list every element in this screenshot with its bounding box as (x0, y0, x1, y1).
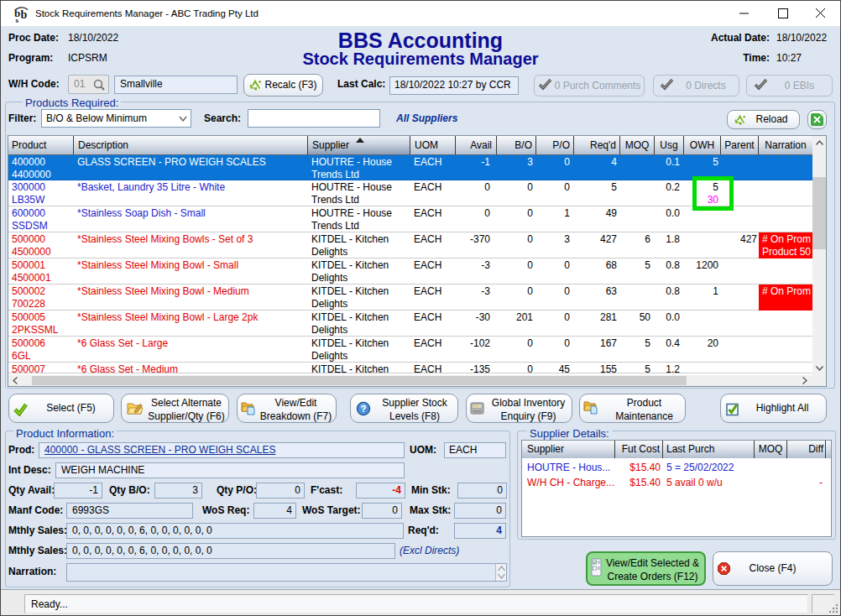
svg-text:s: s (16, 16, 19, 23)
svg-text:b: b (21, 8, 28, 21)
svg-text:?: ? (361, 404, 367, 414)
